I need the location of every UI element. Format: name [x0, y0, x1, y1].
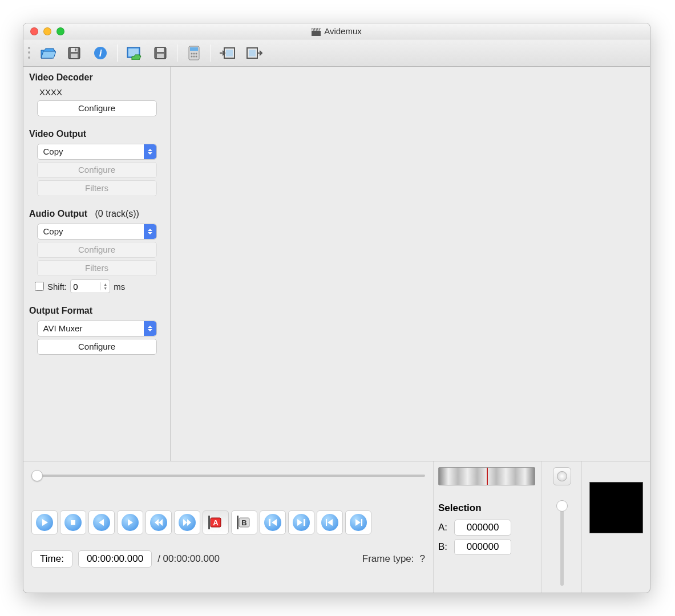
audio-shift-label: Shift: — [47, 282, 67, 291]
svg-rect-47 — [326, 519, 327, 526]
seek-thumb[interactable] — [31, 470, 43, 481]
video-decoder-title: Video Decoder — [29, 72, 164, 83]
audio-output-selected: Copy — [43, 226, 63, 236]
stop-button[interactable] — [60, 510, 86, 534]
video-output-select[interactable]: Copy — [37, 144, 157, 160]
audio-shift-checkbox[interactable] — [35, 282, 44, 291]
audio-shift-row: Shift: ▲▼ ms — [29, 279, 164, 293]
calculator-button[interactable] — [182, 43, 206, 63]
app-window: Avidemux i — [23, 23, 650, 593]
jog-wheel[interactable] — [438, 467, 535, 485]
prev-frame-button[interactable] — [88, 510, 115, 534]
svg-rect-46 — [304, 519, 305, 526]
transport-panel: A B Time: 00:00:00.000 / 00:00:00.000 Fr… — [23, 461, 433, 593]
titlebar: Avidemux — [23, 23, 650, 39]
svg-marker-29 — [42, 519, 48, 526]
svg-marker-31 — [99, 519, 104, 526]
set-marker-b-button[interactable]: B — [231, 510, 257, 534]
seek-track — [31, 475, 425, 477]
time-row: Time: 00:00:00.000 / 00:00:00.000 Frame … — [31, 550, 425, 568]
audio-output-configure-button[interactable]: Configure — [37, 242, 157, 258]
seek-slider[interactable] — [31, 467, 425, 484]
export-frame-button[interactable] — [242, 43, 266, 63]
output-format-selected: AVI Muxer — [43, 323, 83, 333]
selection-title: Selection — [438, 502, 537, 514]
svg-point-19 — [191, 52, 193, 54]
svg-point-24 — [196, 55, 197, 57]
next-frame-button[interactable] — [117, 510, 143, 534]
svg-rect-7 — [71, 54, 78, 58]
selection-a-label: A: — [438, 522, 447, 533]
select-arrows-icon — [144, 144, 156, 159]
svg-text:B: B — [241, 518, 246, 527]
volume-thumb[interactable] — [556, 500, 568, 512]
audio-shift-spinner[interactable]: ▲▼ — [70, 279, 110, 293]
svg-rect-50 — [361, 519, 362, 526]
video-output-configure-button[interactable]: Configure — [37, 162, 157, 178]
selection-b-row: B: 000000 — [438, 539, 537, 555]
svg-rect-15 — [157, 48, 164, 52]
toolbar-grip — [28, 46, 31, 60]
time-label: Time: — [31, 550, 72, 568]
play-button[interactable] — [31, 510, 58, 534]
svg-point-22 — [191, 55, 193, 57]
selection-panel: Selection A: 000000 B: 000000 — [433, 461, 541, 593]
selection-b-value: 000000 — [454, 539, 511, 555]
svg-marker-36 — [187, 519, 191, 526]
volume-slider[interactable] — [560, 500, 564, 586]
bottom-panel: A B Time: 00:00:00.000 / 00:00:00.000 Fr… — [23, 461, 650, 593]
load-project-button[interactable] — [122, 43, 146, 63]
svg-rect-0 — [312, 31, 321, 36]
video-output-filters-button[interactable]: Filters — [37, 180, 157, 196]
svg-marker-35 — [183, 519, 187, 526]
last-frame-button[interactable] — [345, 510, 371, 534]
wheel-icon — [557, 471, 567, 481]
info-button[interactable]: i — [88, 43, 112, 63]
audio-wheel-button[interactable] — [553, 467, 571, 485]
set-marker-a-button[interactable]: A — [203, 510, 229, 534]
next-keyframe-button[interactable] — [174, 510, 200, 534]
audio-shift-unit: ms — [114, 282, 125, 291]
clapperboard-icon — [312, 26, 321, 36]
output-format-select[interactable]: AVI Muxer — [37, 321, 157, 337]
save-file-button[interactable] — [62, 43, 86, 63]
next-cut-button[interactable] — [288, 510, 314, 534]
spinner-buttons[interactable]: ▲▼ — [100, 282, 110, 290]
toolbar-separator — [211, 44, 211, 62]
time-current[interactable]: 00:00:00.000 — [78, 550, 152, 568]
svg-marker-48 — [328, 519, 333, 526]
prev-cut-button[interactable] — [260, 510, 286, 534]
svg-rect-38 — [208, 516, 210, 529]
svg-rect-16 — [157, 54, 164, 58]
audio-output-filters-button[interactable]: Filters — [37, 260, 157, 276]
select-arrows-icon — [144, 321, 156, 336]
toolbar-separator — [117, 44, 118, 62]
window-title: Avidemux — [23, 26, 650, 36]
select-arrows-icon — [144, 224, 156, 239]
output-format-configure-button[interactable]: Configure — [37, 339, 157, 355]
svg-rect-41 — [237, 516, 239, 529]
main-area: Video Decoder XXXX Configure Video Outpu… — [23, 67, 650, 461]
sidebar: Video Decoder XXXX Configure Video Outpu… — [23, 67, 171, 461]
svg-marker-44 — [272, 519, 277, 526]
frame-type-value: ? — [420, 553, 425, 565]
audio-output-tracks: (0 track(s)) — [95, 209, 139, 218]
open-file-button[interactable] — [36, 43, 60, 63]
first-frame-button[interactable] — [317, 510, 343, 534]
svg-marker-32 — [128, 519, 133, 526]
video-output-section: Video Output Copy Configure Filters — [29, 129, 164, 196]
output-format-section: Output Format AVI Muxer Configure — [29, 306, 164, 355]
svg-marker-49 — [355, 519, 361, 526]
svg-point-23 — [193, 55, 195, 57]
svg-rect-43 — [269, 519, 270, 526]
audio-output-select[interactable]: Copy — [37, 224, 157, 240]
volume-panel — [541, 461, 581, 593]
prev-keyframe-button[interactable] — [145, 510, 172, 534]
video-decoder-configure-button[interactable]: Configure — [37, 100, 157, 116]
audio-output-section: Audio Output (0 track(s)) Copy Configure… — [29, 209, 164, 293]
svg-rect-28 — [249, 50, 256, 56]
import-frame-button[interactable] — [216, 43, 240, 63]
save-project-button[interactable] — [148, 43, 172, 63]
audio-shift-input[interactable] — [71, 282, 100, 291]
video-output-title: Video Output — [29, 129, 164, 139]
